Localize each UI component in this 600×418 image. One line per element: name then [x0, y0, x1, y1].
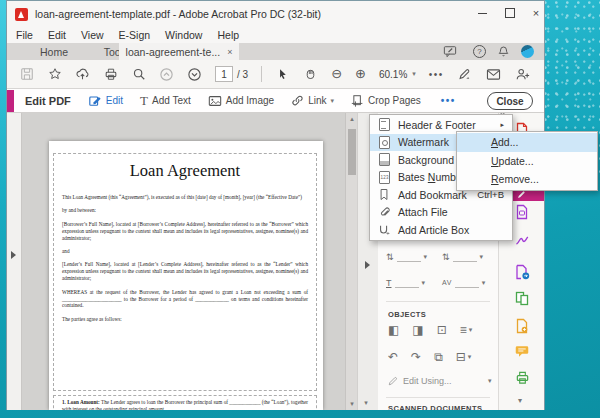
edit-using-button[interactable]: Edit Using... ▾ [388, 376, 452, 386]
submenu-item-add[interactable]: Add... [457, 133, 597, 152]
crop-pages-button[interactable]: Crop Pages [351, 94, 421, 108]
menu-view[interactable]: View [81, 29, 104, 41]
close-tool-button[interactable]: Close [487, 92, 533, 110]
close-window-button[interactable]: × [523, 1, 549, 25]
rotate-left-icon[interactable]: ↶ [388, 351, 398, 363]
image-icon [208, 95, 222, 107]
edit-toolbar-more-icon[interactable]: ••• [441, 95, 456, 106]
next-page-icon[interactable] [187, 66, 202, 82]
menu-help[interactable]: Help [217, 29, 239, 41]
article-box-icon [378, 224, 390, 236]
fill-sign-tool-icon[interactable] [515, 233, 529, 249]
menu-item-add-article-box[interactable]: Add Article Box [370, 221, 512, 239]
flip-vertical-icon[interactable]: ◨ [412, 324, 423, 336]
hand-tool-icon[interactable] [303, 66, 318, 82]
chevron-down-icon: ▾ [331, 97, 335, 105]
doc-paragraph: [Borrower’s Full Name], located at [Borr… [62, 221, 308, 242]
line-spacing-icon: ⇅ [386, 252, 394, 262]
window-title: loan-agreement-template.pdf - Adobe Acro… [35, 8, 321, 20]
star-favorite-icon[interactable] [47, 66, 62, 82]
doc-clause-label: 1. Loan Amount: [62, 399, 100, 405]
menu-item-attach-file[interactable]: Attach File [370, 204, 512, 222]
previous-page-icon[interactable] [159, 66, 174, 82]
send-for-review-tool-icon[interactable] [515, 264, 529, 280]
paperclip-icon [378, 206, 390, 218]
share-with-others-icon[interactable] [515, 66, 530, 82]
replace-object-icon[interactable]: ⧉ [434, 351, 443, 363]
submenu-item-update[interactable]: Update... [457, 152, 597, 171]
rotate-right-icon[interactable]: ↷ [411, 351, 421, 363]
minimize-button[interactable] [469, 1, 495, 25]
scan-ocr-tool-icon[interactable] [515, 370, 529, 386]
paragraph-spacing-control[interactable]: ⇅ ▾ [442, 251, 483, 262]
scale-field[interactable] [395, 277, 419, 288]
email-icon[interactable] [486, 66, 501, 82]
add-image-button[interactable]: Add Image [208, 95, 274, 107]
save-icon[interactable] [19, 66, 34, 82]
edit-button[interactable]: Edit [88, 94, 123, 107]
collapse-panel-icon[interactable] [365, 261, 370, 269]
arrange-objects-icon[interactable]: ⊟▾ [456, 351, 472, 363]
scrollbar-thumb[interactable] [348, 129, 356, 175]
gutter-scroll-down-icon[interactable]: ▾ [360, 399, 372, 407]
user-avatar[interactable] [521, 45, 534, 58]
menu-esign[interactable]: E-Sign [119, 29, 151, 41]
text-block-outline[interactable]: Loan Agreement This Loan Agreement (this… [53, 153, 317, 391]
zoom-level-value: 60.1% [379, 69, 407, 80]
combine-files-tool-icon[interactable] [515, 318, 529, 334]
print-icon[interactable] [103, 66, 118, 82]
export-pdf-tool-icon[interactable] [515, 204, 529, 220]
paragraph-spacing-icon: ⇅ [442, 252, 450, 262]
toolbar-divider [261, 66, 262, 82]
organize-pages-tool-icon[interactable] [515, 291, 529, 307]
line-spacing-control[interactable]: ⇅ ▾ [386, 251, 427, 262]
text-block-outline[interactable]: 1. Loan Amount: The Lender agrees to loa… [53, 395, 317, 410]
line-spacing-field[interactable] [397, 251, 421, 262]
tab-document[interactable]: loan-agreement-te... × [119, 43, 239, 60]
tab-home[interactable]: Home [25, 43, 83, 60]
align-objects-icon[interactable]: ≡▾ [460, 324, 473, 336]
toolbar-more-icon[interactable]: ••• [429, 69, 444, 80]
char-spacing-control[interactable]: AV ▾ [442, 277, 485, 288]
doc-paragraph: This Loan Agreement (this “Agreement”), … [62, 194, 308, 201]
sidebar-more-icon[interactable]: ▾ [518, 396, 522, 405]
document-title: Loan Agreement [62, 161, 308, 181]
crop-icon [351, 94, 364, 108]
flip-horizontal-icon[interactable]: ◧ [388, 324, 399, 336]
menu-file[interactable]: File [16, 29, 33, 41]
comment-tool-icon[interactable] [515, 344, 529, 360]
crop-object-icon[interactable]: ⊡ [437, 324, 447, 336]
doc-paragraph: and [62, 248, 308, 255]
page-number-input[interactable]: 1 [215, 66, 233, 82]
zoom-level-control[interactable]: 60.1% ▾ [379, 69, 416, 80]
document-scrollbar[interactable]: ▴ ▾ [345, 113, 357, 410]
minimize-icon [478, 13, 487, 14]
scanned-documents-label: SCANNED DOCUMENTS [388, 404, 482, 410]
link-button[interactable]: Link ▾ [291, 94, 334, 107]
chevron-down-icon: ▾ [412, 70, 416, 78]
zoom-out-icon[interactable]: ⊖ [331, 67, 342, 81]
submenu-arrow-icon: ▸ [500, 121, 504, 129]
notifications-bell-icon[interactable] [497, 45, 510, 58]
select-tool-icon[interactable] [275, 66, 290, 82]
header-footer-page-icon [378, 118, 390, 131]
char-spacing-field[interactable] [455, 277, 479, 288]
panel-divider [386, 301, 490, 302]
expand-left-pane-icon[interactable] [11, 251, 16, 259]
zoom-in-icon[interactable]: ⊕ [355, 67, 366, 81]
help-icon[interactable]: ? [473, 45, 486, 58]
maximize-button[interactable] [497, 1, 523, 25]
doc-paragraph: WHEREAS at the request of the Borrower, … [62, 289, 308, 310]
add-text-button[interactable]: T Add Text [140, 93, 191, 109]
feedback-icon[interactable] [443, 45, 457, 58]
sign-pen-icon[interactable] [457, 66, 472, 82]
horizontal-scale-control[interactable]: T ▾ [386, 277, 425, 288]
paragraph-spacing-field[interactable] [453, 251, 477, 262]
search-icon[interactable] [131, 66, 146, 82]
submenu-item-remove[interactable]: Remove... [457, 170, 597, 189]
share-cloud-icon[interactable] [75, 66, 90, 82]
close-tab-icon[interactable]: × [227, 47, 232, 57]
menu-window[interactable]: Window [165, 29, 202, 41]
menu-edit[interactable]: Edit [48, 29, 66, 41]
pdf-page[interactable]: Loan Agreement This Loan Agreement (this… [49, 141, 323, 410]
